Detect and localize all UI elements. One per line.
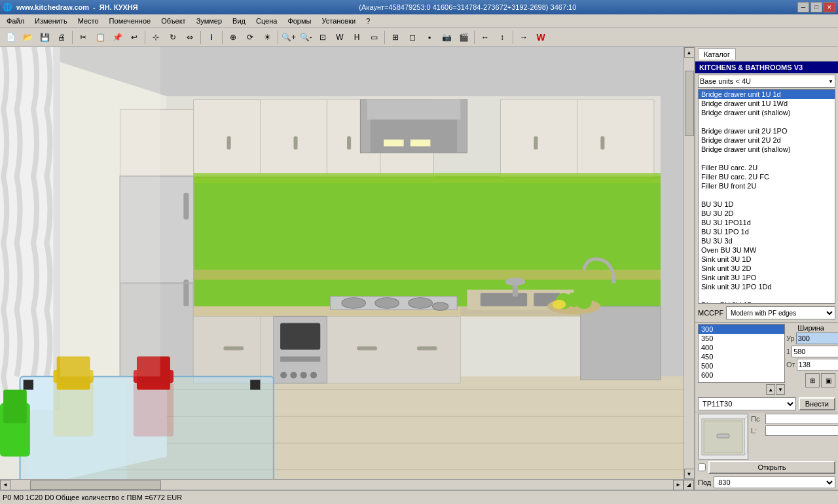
filter-dropdown[interactable]: Base units < 4U ▼ — [698, 75, 835, 88]
menu-place[interactable]: Место — [73, 16, 104, 26]
list-item-12[interactable]: BU 3U 1D — [699, 200, 835, 209]
scroll-down-btn[interactable]: ▼ — [684, 469, 695, 479]
ot-input[interactable] — [797, 359, 838, 370]
toolbar-plan[interactable]: ⊞ — [388, 30, 403, 45]
dim-item-350[interactable]: 350 — [699, 334, 784, 343]
dimensions-list[interactable]: 300 350 400 450 500 600 — [698, 324, 785, 383]
toolbar-copy[interactable]: 📋 — [92, 30, 108, 45]
insert-dropdown[interactable]: TP11T30 — [698, 397, 796, 410]
pod-dropdown[interactable]: 830 — [714, 477, 835, 488]
catalog-item-list[interactable]: Bridge drawer unit 1U 1d Bridge drawer u… — [698, 89, 835, 304]
resize-corner[interactable]: ◢ — [683, 480, 694, 490]
toolbar-undo[interactable]: ↩ — [126, 30, 142, 45]
pd-input[interactable] — [765, 414, 838, 424]
catalog-tab[interactable]: Каталог — [698, 48, 736, 60]
toolbar-cursor[interactable]: ⊕ — [225, 30, 241, 45]
menu-scene[interactable]: Сцена — [251, 16, 282, 26]
viewport[interactable]: ◄ ► ◢ ▲ ▼ — [0, 47, 694, 490]
open-checkbox[interactable] — [698, 463, 706, 471]
list-item-23[interactable]: Diag. BU 3U 1D — [699, 300, 835, 304]
scroll-up-btn[interactable]: ▲ — [684, 47, 695, 58]
toolbar-zoom-fit[interactable]: ⊡ — [315, 30, 331, 45]
menu-marked[interactable]: Помеченное — [104, 16, 156, 26]
scroll-left-btn[interactable]: ◄ — [0, 480, 10, 490]
toolbar-mirror[interactable]: ⇔ — [182, 30, 198, 45]
toolbar-zoom-h[interactable]: H — [349, 30, 365, 45]
list-item-8[interactable]: Filler BU carc. 2U — [699, 163, 835, 172]
toolbar-zoom-out[interactable]: 🔍- — [298, 30, 314, 45]
list-item-16[interactable]: BU 3U 3d — [699, 236, 835, 245]
open-button[interactable]: Открыть — [708, 461, 835, 474]
menu-forms[interactable]: Формы — [282, 16, 316, 26]
viewport-scrollbar-horizontal[interactable]: ◄ ► ◢ — [0, 479, 694, 490]
dim-icon-btn2[interactable]: ▣ — [821, 373, 835, 387]
toolbar-cut[interactable]: ✂ — [75, 30, 91, 45]
list-item-21[interactable]: Sink unit 3U 1PO 1Dd — [699, 282, 835, 291]
dim-scroll-up[interactable]: ▲ — [766, 384, 775, 395]
toolbar-arrow[interactable]: → — [516, 30, 532, 45]
toolbar-move[interactable]: ⊹ — [148, 30, 164, 45]
toolbar-print[interactable]: 🖨 — [54, 30, 69, 45]
toolbar-3d-box[interactable]: ◻ — [405, 30, 420, 45]
dim-item-300[interactable]: 300 — [699, 325, 784, 334]
list-item-17[interactable]: Oven BU 3U MW — [699, 245, 835, 255]
list-item-1[interactable]: Bridge drawer unit 1U 1Wd — [699, 99, 835, 108]
list-item-0[interactable]: Bridge drawer unit 1U 1d — [699, 90, 835, 99]
toolbar-zoom-rect[interactable]: ▭ — [366, 30, 382, 45]
list-item-18[interactable]: Sink unit 3U 1D — [699, 255, 835, 264]
toolbar-cam[interactable]: 📷 — [439, 30, 454, 45]
maximize-button[interactable]: □ — [811, 2, 822, 12]
toolbar-paste[interactable]: 📌 — [109, 30, 125, 45]
list-item-4[interactable]: Bridge drawer unit 2U 1PO — [699, 126, 835, 135]
toolbar-open[interactable]: 📂 — [20, 30, 35, 45]
toolbar-info[interactable]: i — [204, 30, 219, 45]
dim-icon-btn1[interactable]: ⊞ — [805, 373, 820, 387]
menu-zoom[interactable]: Зуммер — [191, 16, 227, 26]
toolbar-w[interactable]: W — [533, 30, 549, 45]
l-input[interactable] — [765, 425, 838, 436]
preview-section: Пс L: — [695, 412, 838, 461]
toolbar-dim1[interactable]: ↔ — [477, 30, 493, 45]
toolbar-new[interactable]: 📄 — [3, 30, 18, 45]
dim-item-450[interactable]: 450 — [699, 352, 784, 361]
dim-item-400[interactable]: 400 — [699, 343, 784, 352]
toolbar-rotate[interactable]: ↻ — [165, 30, 181, 45]
i-input[interactable] — [792, 346, 838, 357]
list-item-5[interactable]: Bridge drawer unit 2U 2d — [699, 135, 835, 145]
viewport-scrollbar-vertical[interactable]: ▲ ▼ — [683, 47, 694, 479]
list-item-20[interactable]: Sink unit 3U 1PO — [699, 273, 835, 282]
menu-object[interactable]: Объект — [156, 16, 191, 26]
list-item-10[interactable]: Filler BU front 2U — [699, 181, 835, 190]
dim-scroll-down[interactable]: ▼ — [776, 384, 785, 395]
toolbar-zoom-in[interactable]: 🔍+ — [281, 30, 297, 45]
style-dropdown[interactable]: Modern with PF edges — [726, 306, 835, 319]
menu-edit[interactable]: Изменить — [29, 16, 73, 26]
svg-point-55 — [342, 298, 366, 308]
toolbar-refresh[interactable]: ⟳ — [242, 30, 258, 45]
menu-view[interactable]: Вид — [227, 16, 251, 26]
menu-help[interactable]: ? — [361, 16, 375, 26]
list-item-9[interactable]: Filler BU carc. 2U FC — [699, 172, 835, 181]
list-item-15[interactable]: BU 3U 1PO 1d — [699, 227, 835, 236]
list-item-13[interactable]: BU 3U 2D — [699, 209, 835, 218]
menu-settings[interactable]: Установки — [316, 16, 361, 26]
minimize-button[interactable]: ─ — [797, 2, 809, 12]
toolbar-video[interactable]: 🎬 — [456, 30, 471, 45]
insert-button[interactable]: Внести — [799, 397, 835, 410]
toolbar-save[interactable]: 💾 — [37, 30, 52, 45]
toolbar-dim2[interactable]: ↕ — [494, 30, 510, 45]
menu-file[interactable]: Файл — [1, 16, 29, 26]
dim-item-600[interactable]: 600 — [699, 370, 784, 380]
close-button[interactable]: ✕ — [824, 2, 835, 12]
dim-item-500[interactable]: 500 — [699, 361, 784, 370]
list-item-6[interactable]: Bridge drawer unit (shallow) — [699, 145, 835, 154]
list-item-19[interactable]: Sink unit 3U 2D — [699, 264, 835, 273]
toolbar-render[interactable]: ▪ — [422, 30, 437, 45]
list-item-14[interactable]: BU 3U 1PO11d — [699, 218, 835, 227]
list-item-2[interactable]: Bridge drawer unit (shallow) — [699, 108, 835, 117]
scroll-right-btn[interactable]: ► — [673, 480, 683, 490]
toolbar-zoom-w[interactable]: W — [332, 30, 348, 45]
list-item-3 — [699, 117, 835, 126]
ur-input[interactable] — [796, 333, 838, 344]
toolbar-sun[interactable]: ☀ — [259, 30, 275, 45]
